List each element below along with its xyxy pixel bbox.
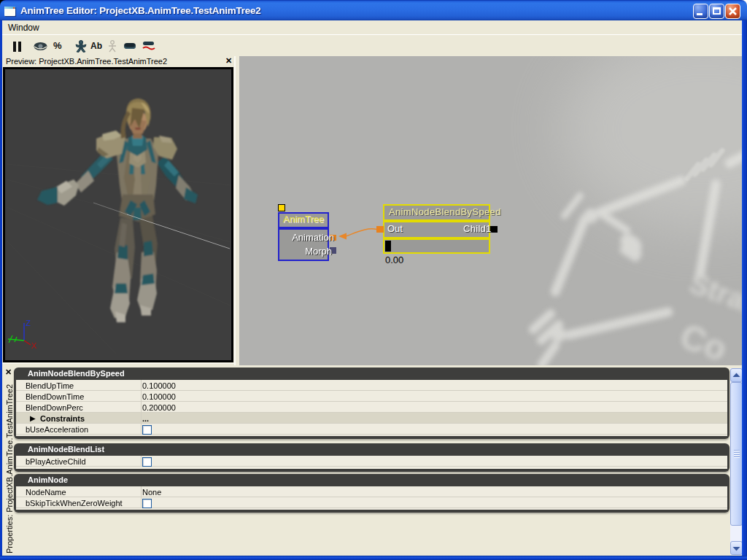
svg-text:X: X xyxy=(31,341,37,350)
svg-text:Co: Co xyxy=(676,316,732,365)
svg-text:Stral: Stral xyxy=(685,266,742,319)
svg-text:Z: Z xyxy=(26,319,31,327)
